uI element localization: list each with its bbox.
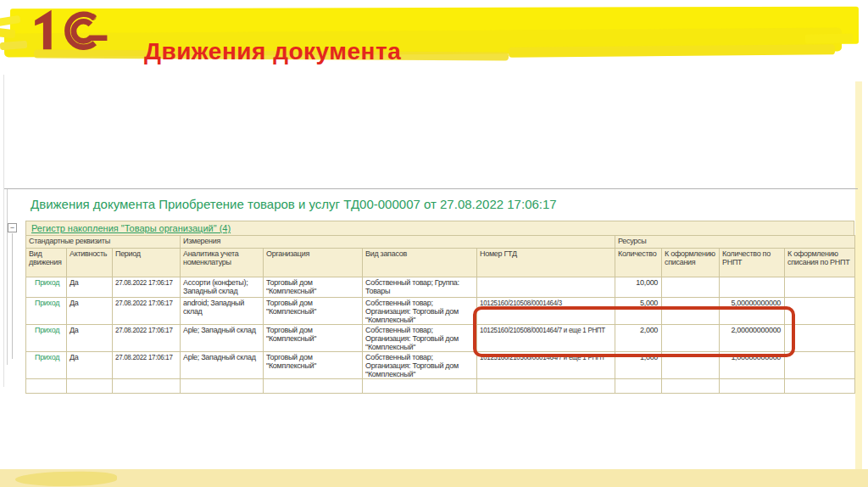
cell-aktivnost[interactable]: Да (67, 298, 113, 325)
column-header-analitika-ucheta: Аналитика учета номенклатуры (181, 249, 264, 277)
column-header-organizatsiya: Организация (264, 249, 363, 277)
cell-organizatsiya[interactable]: Торговый дом "Комплексный" (264, 277, 363, 298)
empty-cell (113, 379, 181, 394)
column-header-vid-dvizheniya: Вид движения (26, 249, 67, 277)
cell-k-oformleniyu-spisaniya[interactable] (662, 277, 720, 298)
cell-kolichestvo[interactable]: 10,000 (615, 277, 662, 298)
group-header: Измерения (181, 236, 615, 249)
bottom-accent-band (0, 469, 868, 487)
cell-analitika-ucheta[interactable]: Aple; Западный склад (181, 352, 264, 379)
cell-kolichestvo-po-rnpt[interactable] (720, 277, 785, 298)
empty-cell (363, 379, 477, 394)
column-header-kolichestvo-po-rnpt: Количество по РНПТ (720, 249, 785, 277)
table-row[interactable]: ПриходДа27.08.2022 17:06:17Ассорти (конф… (26, 277, 855, 298)
column-header-k-oformleniyu-spisaniya: К оформлению списания (662, 249, 720, 277)
cell-k-oformleniyu-spisaniya-po-rnpt[interactable] (785, 277, 855, 298)
cell-organizatsiya[interactable]: Торговый дом "Комплексный" (264, 298, 363, 325)
empty-cell (181, 379, 264, 394)
window-title: Движения документа Приобретение товаров … (31, 197, 557, 211)
cell-text: 27.08.2022 17:06:17 (115, 278, 173, 287)
right-accent-strip (855, 81, 862, 469)
cell-vid-zapasov[interactable]: Собственный товар; Организация: Торговый… (363, 325, 477, 352)
banner-stroke (509, 44, 835, 57)
cell-period[interactable]: 27.08.2022 17:06:17 (113, 298, 181, 325)
1c-logo-icon: ® (25, 6, 119, 53)
column-header-kolichestvo: Количество (615, 249, 662, 277)
cell-text: 27.08.2022 17:06:17 (115, 353, 173, 361)
cell-period[interactable]: 27.08.2022 17:06:17 (113, 352, 181, 379)
cell-vid-dvizheniya[interactable]: Приход (26, 325, 67, 352)
cell-aktivnost[interactable]: Да (67, 325, 113, 352)
cell-analitika-ucheta[interactable]: android; Западный склад (181, 298, 264, 325)
cell-vid-zapasov[interactable]: Собственный товар; Организация: Торговый… (363, 298, 477, 325)
window-top-border (4, 188, 858, 189)
cell-vid-dvizheniya[interactable]: Приход (26, 277, 67, 298)
cell-aktivnost[interactable]: Да (67, 352, 113, 379)
banner-brush-tip (0, 28, 15, 38)
cell-vid-dvizheniya[interactable]: Приход (26, 352, 67, 379)
group-header: Ресурсы (615, 236, 855, 249)
highlight-box (473, 306, 795, 357)
cell-analitika-ucheta[interactable]: Aple; Западный склад (181, 325, 264, 352)
empty-cell (785, 379, 855, 394)
register-header-row: Регистр накопления "Товары организаций" … (25, 221, 854, 235)
cell-text: 27.08.2022 17:06:17 (115, 326, 173, 334)
left-frame-line (3, 75, 4, 387)
cell-period[interactable]: 27.08.2022 17:06:17 (113, 325, 181, 352)
cell-vid-zapasov[interactable]: Собственный товар; Организация: Торговый… (363, 352, 477, 379)
column-header-vid-zapasov: Вид запасов (363, 249, 477, 277)
registered-mark: ® (90, 13, 96, 22)
empty-cell (720, 379, 785, 394)
empty-row (26, 379, 855, 394)
window-left-border (7, 189, 8, 365)
tree-line (12, 233, 13, 359)
empty-cell (662, 379, 720, 394)
cell-organizatsiya[interactable]: Торговый дом "Комплексный" (264, 352, 363, 379)
empty-cell (264, 379, 363, 394)
banner-stroke (805, 34, 853, 44)
group-header: Стандартные реквизиты (26, 236, 181, 249)
collapse-icon[interactable]: − (8, 223, 17, 232)
empty-cell (477, 379, 615, 394)
column-header-period: Период (113, 249, 181, 277)
cell-nomer-gtd[interactable] (477, 277, 615, 298)
cell-k-oformleniyu-spisaniya-po-rnpt[interactable] (785, 352, 855, 379)
cell-period[interactable]: 27.08.2022 17:06:17 (113, 277, 181, 298)
column-header-k-oformleniyu-spisaniya-po-rnpt: К оформлению списания по РНПТ (785, 249, 855, 277)
register-link[interactable]: Регистр накопления "Товары организаций" … (26, 221, 854, 233)
slide: ® Движения документа Движения документа … (0, 0, 868, 487)
column-header-aktivnost: Активность (67, 249, 113, 277)
empty-cell (615, 379, 662, 394)
cell-vid-dvizheniya[interactable]: Приход (26, 298, 67, 325)
cell-organizatsiya[interactable]: Торговый дом "Комплексный" (264, 325, 363, 352)
page-title: Движения документа (144, 38, 401, 65)
empty-cell (26, 379, 67, 394)
cell-text: 27.08.2022 17:06:17 (115, 299, 173, 307)
column-header-nomer-gtd: Номер ГТД (477, 249, 615, 277)
cell-vid-zapasov[interactable]: Собственный товар; Группа: Товары (363, 277, 477, 298)
empty-cell (67, 379, 113, 394)
cell-analitika-ucheta[interactable]: Ассорти (конфеты); Западный склад (181, 277, 264, 298)
cell-aktivnost[interactable]: Да (67, 277, 113, 298)
